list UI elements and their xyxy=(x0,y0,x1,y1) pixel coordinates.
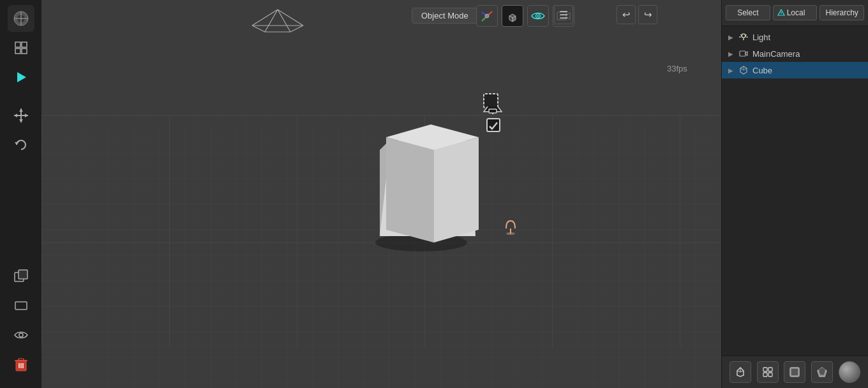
menu-button[interactable]: ☰ xyxy=(554,5,573,24)
undo-button[interactable]: ↩ xyxy=(617,5,636,24)
hierarchy-button[interactable]: Hierarchy xyxy=(819,5,864,20)
svg-point-91 xyxy=(537,15,539,17)
fps-counter: 33fps xyxy=(667,64,687,73)
viewport-3d[interactable]: Object Mode 33fps xyxy=(41,0,721,388)
svg-rect-115 xyxy=(763,368,767,371)
rp-toolbar: Select Local Hierarchy xyxy=(722,0,868,26)
svg-marker-15 xyxy=(15,142,19,145)
delete-button[interactable] xyxy=(8,351,34,378)
right-panel: Select Local Hierarchy ▶ xyxy=(721,0,868,388)
svg-marker-80 xyxy=(386,137,434,243)
frame-button[interactable] xyxy=(8,292,34,319)
svg-rect-117 xyxy=(763,373,767,377)
svg-rect-17 xyxy=(19,270,27,279)
camera-icon xyxy=(738,48,749,59)
svg-line-109 xyxy=(744,68,747,70)
hierarchy-list: ▶ Light ▶ MainC xyxy=(722,26,868,355)
hierarchy-item-maincamera[interactable]: ▶ MainCamera xyxy=(722,45,868,62)
svg-marker-13 xyxy=(14,114,17,117)
svg-point-99 xyxy=(742,34,745,38)
svg-rect-5 xyxy=(22,42,27,47)
svg-rect-96 xyxy=(487,119,500,131)
svg-rect-120 xyxy=(791,369,798,375)
svg-marker-79 xyxy=(434,137,479,243)
local-label: Local xyxy=(787,8,805,17)
object-mode-dropdown[interactable]: Object Mode xyxy=(412,8,478,24)
camera-view-button[interactable] xyxy=(527,5,549,27)
svg-line-110 xyxy=(740,68,744,70)
rp-bottom-toolbar xyxy=(722,355,868,388)
outliner-button[interactable] xyxy=(8,34,34,61)
svg-rect-94 xyxy=(484,94,498,108)
play-button[interactable] xyxy=(8,64,34,91)
hierarchy-arrow-cube: ▶ xyxy=(728,67,735,74)
eye-button[interactable] xyxy=(8,322,34,348)
svg-marker-14 xyxy=(25,114,28,117)
svg-rect-7 xyxy=(22,48,27,54)
hierarchy-item-light[interactable]: ▶ Light xyxy=(722,29,868,45)
svg-line-102 xyxy=(745,34,747,36)
svg-rect-95 xyxy=(489,109,497,113)
object-properties-button[interactable] xyxy=(784,361,805,383)
refresh-button[interactable] xyxy=(8,131,34,158)
layers-button[interactable] xyxy=(757,361,779,383)
light-icon xyxy=(738,32,749,42)
svg-rect-116 xyxy=(768,368,772,371)
redo-button[interactable]: ↪ xyxy=(638,5,657,24)
cube-icon xyxy=(738,65,749,75)
hierarchy-label-cube: Cube xyxy=(752,66,862,75)
svg-rect-105 xyxy=(740,51,745,56)
svg-marker-11 xyxy=(19,108,23,112)
cube-3d xyxy=(375,124,479,251)
undo-redo-controls: ↩ ↪ xyxy=(617,5,657,24)
blender-logo-button[interactable] xyxy=(8,5,34,32)
svg-rect-6 xyxy=(15,48,20,54)
move-tool-button[interactable] xyxy=(8,102,34,129)
modifier-properties-button[interactable] xyxy=(811,361,833,383)
left-toolbar xyxy=(0,0,41,388)
svg-rect-118 xyxy=(768,373,772,377)
view-cube-button[interactable] xyxy=(502,5,523,27)
hierarchy-arrow-camera: ▶ xyxy=(728,50,735,57)
hierarchy-label-camera: MainCamera xyxy=(752,49,862,59)
svg-point-19 xyxy=(19,333,23,337)
svg-rect-18 xyxy=(15,302,27,310)
svg-rect-25 xyxy=(19,359,24,361)
duplicate-button[interactable] xyxy=(8,263,34,290)
hierarchy-arrow-light: ▶ xyxy=(728,34,735,41)
svg-point-86 xyxy=(485,14,489,18)
local-button[interactable]: Local xyxy=(773,5,818,20)
grid-canvas xyxy=(41,0,721,388)
svg-line-101 xyxy=(740,34,742,36)
hierarchy-item-cube[interactable]: ▶ Cube xyxy=(722,62,868,78)
material-properties-button[interactable] xyxy=(839,361,860,383)
scene-properties-button[interactable] xyxy=(730,361,751,383)
axis-gizmo-button[interactable] xyxy=(476,5,498,27)
hierarchy-label-light: Light xyxy=(752,33,862,42)
svg-marker-8 xyxy=(17,72,26,82)
selection-overlay xyxy=(483,93,504,133)
svg-marker-12 xyxy=(19,119,23,123)
select-button[interactable]: Select xyxy=(726,5,770,20)
svg-rect-4 xyxy=(15,42,20,47)
